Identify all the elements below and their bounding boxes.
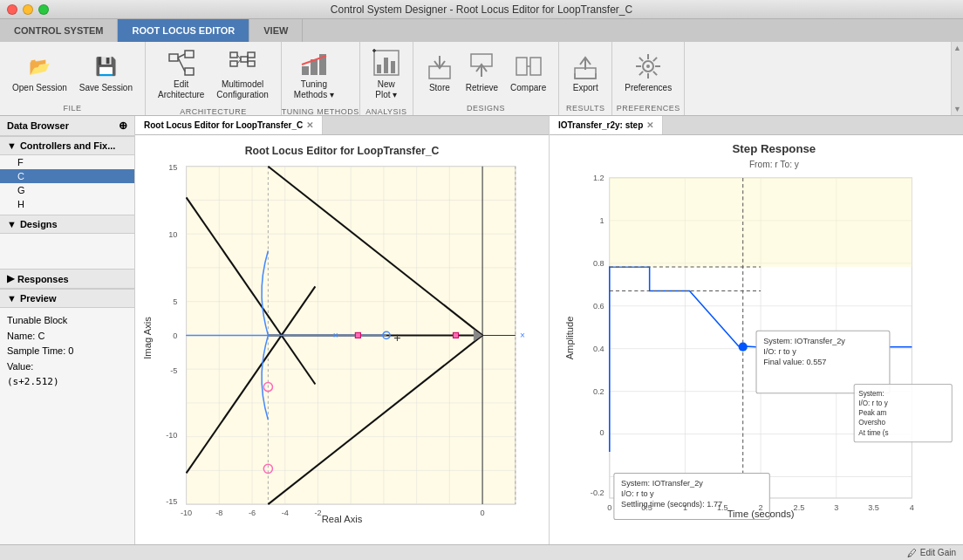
svg-line-39 [639, 58, 643, 61]
svg-rect-80 [453, 332, 458, 338]
controllers-section-header[interactable]: ▼ Controllers and Fix... [0, 136, 134, 155]
svg-text:3: 3 [834, 503, 838, 512]
right-plot-content: Step Response From: r To: y [550, 135, 963, 544]
toolbar-scroll-up-icon[interactable]: ▲ [953, 44, 961, 52]
tuning-methods-button[interactable]: TuningMethods ▾ [289, 45, 339, 104]
svg-rect-7 [241, 57, 248, 62]
minimize-button[interactable] [23, 4, 33, 15]
retrieve-label: Retrieve [466, 83, 498, 93]
svg-text:0.2: 0.2 [593, 387, 604, 396]
svg-text:3.5: 3.5 [868, 503, 879, 512]
svg-text:Imag Axis: Imag Axis [142, 317, 153, 359]
svg-text:4: 4 [910, 503, 914, 512]
open-session-button[interactable]: 📂 Open Session [7, 49, 72, 97]
svg-text:2.5: 2.5 [794, 503, 805, 512]
close-button[interactable] [7, 4, 17, 15]
svg-text:I/O: r to y: I/O: r to y [763, 347, 796, 356]
new-plot-icon [372, 49, 400, 77]
right-plot-panel: IOTransfer_r2y: step ✕ Step Response Fro… [550, 116, 963, 544]
svg-point-34 [646, 65, 650, 68]
left-plot-content: Root Locus Editor for LoopTransfer_C [135, 135, 549, 544]
sidebar-item-F[interactable]: F [0, 155, 134, 169]
store-button[interactable]: Store [420, 49, 459, 97]
data-browser-icon[interactable]: ⊕ [119, 120, 127, 132]
svg-rect-19 [377, 65, 381, 73]
left-plot-tab[interactable]: Root Locus Editor for LoopTransfer_C ✕ [135, 116, 323, 134]
edit-gain-status[interactable]: 🖊 Edit Gain [907, 548, 956, 558]
svg-text:-6: -6 [249, 509, 256, 517]
open-session-icon: 📂 [25, 52, 53, 80]
toolbar-scrollbar[interactable]: ▲ ▼ [951, 42, 963, 115]
left-plot-panel: Root Locus Editor for LoopTransfer_C ✕ R… [135, 116, 549, 544]
tab-root-locus-editor[interactable]: ROOT LOCUS EDITOR [118, 19, 249, 42]
multimodel-config-icon [229, 49, 256, 77]
svg-text:-15: -15 [166, 497, 177, 506]
new-plot-label: NewPlot ▾ [375, 79, 397, 100]
svg-text:System: IOTransfer_2y: System: IOTransfer_2y [621, 479, 703, 488]
right-plot-tab[interactable]: IOTransfer_r2y: step ✕ [550, 116, 663, 134]
svg-text:-5: -5 [170, 366, 177, 375]
designs-section-header[interactable]: ▼ Designs [0, 215, 134, 234]
svg-text:0.6: 0.6 [593, 302, 604, 311]
tab-control-system[interactable]: CONTROL SYSTEM [0, 19, 118, 42]
tuning-methods-icon [300, 49, 328, 77]
svg-text:1.2: 1.2 [593, 174, 604, 182]
svg-rect-1 [185, 51, 194, 58]
svg-rect-120 [610, 178, 912, 267]
left-plot-close[interactable]: ✕ [306, 120, 313, 130]
retrieve-button[interactable]: Retrieve [461, 49, 503, 97]
toolbar-scroll-down-icon[interactable]: ▼ [953, 105, 961, 113]
save-session-button[interactable]: 💾 Save Session [74, 49, 138, 97]
right-plot-tab-bar: IOTransfer_r2y: step ✕ [550, 116, 963, 135]
edit-architecture-button[interactable]: EditArchitecture [153, 45, 209, 104]
svg-text:Amplitude: Amplitude [564, 317, 575, 360]
right-plot-tab-label: IOTransfer_r2y: step [558, 120, 643, 130]
window-title: Control System Designer - Root Locus Edi… [331, 3, 632, 16]
preview-section-label: Preview [20, 293, 57, 304]
export-button[interactable]: Export [566, 49, 604, 97]
status-bar: 🖊 Edit Gain [0, 544, 963, 560]
svg-text:I/O: r to y: I/O: r to y [858, 400, 888, 407]
svg-text:I/O: r to y: I/O: r to y [621, 489, 654, 498]
svg-text:Settling time (seconds): 1.77: Settling time (seconds): 1.77 [621, 500, 722, 509]
sidebar-item-H[interactable]: H [0, 197, 134, 211]
data-browser-title: Data Browser [7, 120, 69, 131]
toolbar-results-section: Export RESULTS [559, 42, 612, 115]
sidebar-item-G[interactable]: G [0, 183, 134, 197]
preview-value-expr: (s+2.512) [7, 374, 127, 390]
sidebar-tree: F C G H [0, 155, 134, 211]
svg-text:Real Axis: Real Axis [322, 514, 363, 524]
svg-rect-29 [530, 58, 541, 75]
svg-text:5: 5 [173, 297, 177, 306]
window-controls[interactable] [7, 4, 49, 15]
toolbar-analysis-section: NewPlot ▾ ANALYSIS [360, 42, 413, 115]
preferences-button[interactable]: Preferences [619, 49, 677, 97]
toolbar-architecture-section: EditArchitecture Mult [146, 42, 282, 115]
new-plot-button[interactable]: NewPlot ▾ [367, 45, 406, 104]
svg-text:At time (s: At time (s [858, 429, 888, 437]
responses-section-header[interactable]: ▶ Responses [0, 269, 134, 289]
svg-rect-6 [230, 61, 237, 66]
preview-content: Tunable Block Name: C Sample Time: 0 Val… [0, 308, 134, 544]
svg-text:15: 15 [168, 163, 177, 172]
maximize-button[interactable] [38, 4, 49, 15]
svg-text:-8: -8 [215, 509, 222, 517]
svg-text:0: 0 [607, 503, 611, 512]
sidebar-item-C[interactable]: C [0, 169, 134, 183]
compare-button[interactable]: Compare [505, 49, 551, 97]
preferences-label: Preferences [625, 83, 672, 93]
sidebar: Data Browser ⊕ ▼ Controllers and Fix... … [0, 116, 135, 544]
right-plot-close[interactable]: ✕ [646, 120, 653, 130]
svg-rect-20 [384, 58, 388, 73]
svg-rect-28 [516, 58, 527, 75]
export-icon [571, 52, 599, 80]
preview-section-header[interactable]: ▼ Preview [0, 289, 134, 308]
svg-text:2: 2 [759, 503, 763, 512]
data-browser-header: Data Browser ⊕ [0, 116, 134, 136]
save-session-icon: 💾 [92, 52, 120, 80]
edit-architecture-label: EditArchitecture [158, 79, 204, 100]
multimodel-config-button[interactable]: MultimodelConfiguration [211, 45, 273, 104]
designs-section-label: Designs [20, 219, 58, 229]
tab-view[interactable]: VIEW [249, 19, 303, 42]
save-session-label: Save Session [79, 83, 133, 93]
